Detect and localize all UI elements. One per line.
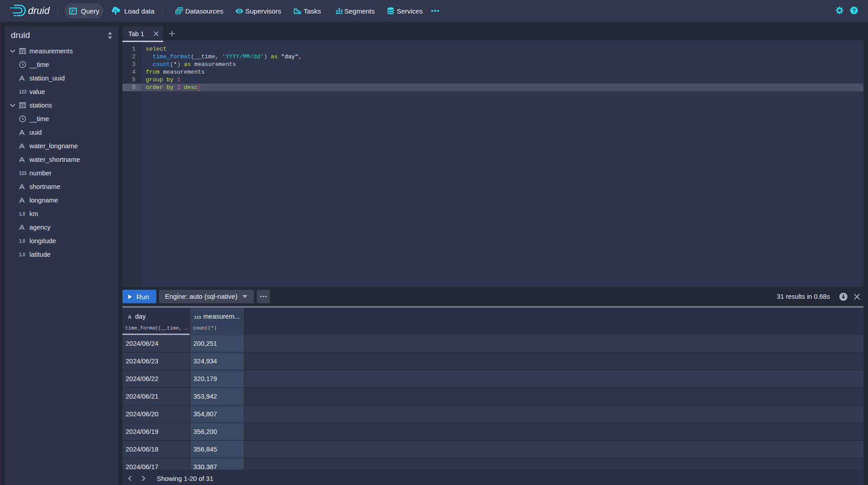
- svg-text:?: ?: [852, 7, 856, 14]
